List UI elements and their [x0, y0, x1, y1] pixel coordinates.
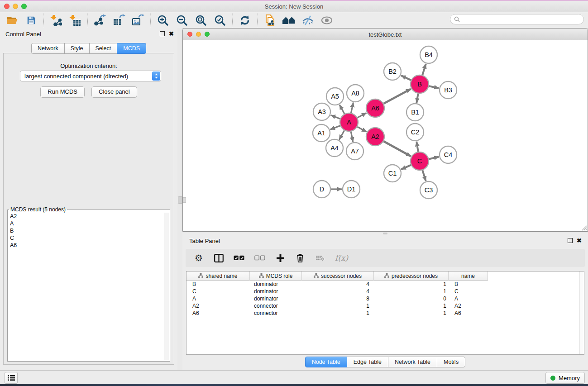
eye-slash-icon[interactable]	[301, 14, 315, 27]
gear-icon[interactable]: ⚙	[194, 252, 204, 264]
table-cell[interactable]: dominator	[250, 288, 302, 295]
graph-edge-A-A6[interactable]	[358, 113, 367, 118]
tab-mcds[interactable]: MCDS	[117, 43, 146, 54]
houses-icon[interactable]	[282, 14, 296, 27]
tab-edge-table[interactable]: Edge Table	[347, 357, 388, 367]
table-cell[interactable]: connector	[250, 303, 302, 309]
table-row[interactable]: Adominator80A	[186, 295, 584, 302]
network-window-titlebar[interactable]: testGlobe.txt	[183, 29, 588, 41]
result-list-item[interactable]: A6	[9, 242, 164, 249]
canvas-edge-grip[interactable]	[183, 197, 186, 203]
result-list-item[interactable]: A	[9, 220, 164, 227]
graph-edge-A-A1[interactable]	[330, 126, 340, 130]
table-cell[interactable]: A2	[449, 303, 488, 309]
tab-style[interactable]: Style	[64, 43, 90, 54]
trash-icon[interactable]	[295, 252, 305, 264]
float-panel-icon[interactable]	[568, 238, 573, 243]
unchecked-boxes-icon[interactable]	[254, 252, 265, 264]
zoom-in-icon[interactable]	[156, 14, 170, 27]
open-folder-icon[interactable]	[5, 14, 19, 27]
graph-edge-A6-B[interactable]	[383, 89, 411, 104]
graph-edge-C-C4[interactable]	[429, 157, 439, 159]
table-cell[interactable]: 1	[302, 310, 374, 316]
duplicate-network-icon[interactable]	[263, 14, 277, 27]
tab-node-table[interactable]: Node Table	[305, 357, 347, 367]
table-cell[interactable]: C	[449, 288, 488, 295]
table-row[interactable]: A2connector11A2	[186, 302, 584, 310]
table-cell[interactable]: 0	[374, 295, 449, 302]
result-list-item[interactable]: B	[9, 227, 164, 234]
table-cell[interactable]: 1	[374, 303, 449, 309]
delete-table-icon[interactable]	[315, 252, 325, 264]
table-scrollbar[interactable]	[579, 272, 584, 354]
table-cell[interactable]: A2	[186, 303, 250, 309]
table-cell[interactable]: dominator	[250, 281, 302, 287]
column-header-predecessor-nodes[interactable]: predecessor nodes	[374, 272, 449, 281]
graph-edge-A-A5[interactable]	[339, 105, 344, 114]
table-cell[interactable]: A	[449, 295, 488, 302]
close-panel-icon[interactable]: ✖	[577, 238, 582, 243]
import-table-icon[interactable]	[68, 14, 82, 27]
column-header-name[interactable]: name	[449, 272, 488, 281]
graph-edge-B-B1[interactable]	[416, 94, 418, 103]
function-icon[interactable]: f(x)	[335, 252, 348, 264]
tab-network-table[interactable]: Network Table	[388, 357, 437, 367]
table-row[interactable]: A6connector11A6	[186, 310, 584, 317]
export-table-icon[interactable]	[112, 14, 126, 27]
search-input[interactable]	[462, 16, 583, 23]
close-panel-icon[interactable]: ✖	[169, 31, 174, 36]
table-cell[interactable]: 8	[302, 295, 374, 302]
checked-boxes-icon[interactable]	[234, 252, 244, 264]
table-cell[interactable]: 1	[374, 288, 449, 295]
run-mcds-button[interactable]: Run MCDS	[40, 86, 85, 98]
table-cell[interactable]: 4	[302, 288, 374, 295]
zoom-selected-icon[interactable]	[213, 14, 227, 27]
result-list-scrollbar[interactable]	[164, 213, 169, 360]
table-cell[interactable]: dominator	[250, 295, 302, 302]
table-cell[interactable]: 1	[374, 281, 449, 287]
table-cell[interactable]: connector	[250, 310, 302, 316]
table-cell[interactable]: A6	[186, 310, 250, 316]
close-panel-button[interactable]: Close panel	[91, 86, 137, 98]
memory-button[interactable]: Memory	[545, 372, 585, 384]
table-cell[interactable]: B	[186, 281, 250, 287]
table-cell[interactable]: C	[186, 288, 250, 295]
eye-icon[interactable]	[320, 14, 334, 27]
column-header-successor-nodes[interactable]: successor nodes	[302, 272, 374, 281]
column-header-shared-name[interactable]: shared name	[186, 272, 250, 281]
criterion-dropdown[interactable]: largest connected component (directed)	[20, 71, 161, 81]
window-resize-grip[interactable]	[581, 225, 587, 231]
graph-edge-B-B4[interactable]	[422, 64, 426, 75]
graph-edge-B-B2[interactable]	[401, 76, 411, 80]
tab-select[interactable]: Select	[89, 43, 118, 54]
zoom-fit-icon[interactable]	[194, 14, 208, 27]
splitter-grip[interactable]	[383, 233, 387, 234]
table-cell[interactable]: A	[186, 295, 250, 302]
graph-edge-C-C1[interactable]	[401, 165, 411, 170]
export-network-icon[interactable]	[93, 14, 107, 27]
search-field[interactable]	[450, 14, 584, 24]
save-floppy-icon[interactable]	[24, 14, 38, 27]
table-row[interactable]: Bdominator41B	[186, 281, 584, 288]
graph-edge-A-A4[interactable]	[339, 130, 344, 139]
result-list-item[interactable]: C	[9, 234, 164, 242]
table-cell[interactable]: 1	[302, 303, 374, 309]
graph-edge-C-C2[interactable]	[416, 142, 418, 152]
graph-edge-A-A2[interactable]	[357, 127, 366, 132]
table-row[interactable]: Cdominator41C	[186, 288, 584, 295]
float-panel-icon[interactable]	[160, 31, 165, 36]
graph-edge-B-B3[interactable]	[429, 86, 439, 88]
graph-edge-C-C3[interactable]	[422, 170, 425, 181]
task-list-button[interactable]	[5, 372, 18, 384]
import-network-icon[interactable]	[49, 14, 63, 27]
split-column-icon[interactable]	[214, 252, 224, 264]
zoom-out-icon[interactable]	[175, 14, 189, 27]
splitter-grip[interactable]	[178, 196, 182, 204]
column-header-MCDS-role[interactable]: MCDS role	[250, 272, 302, 281]
graph-edge-A-A7[interactable]	[351, 132, 353, 142]
tab-motifs[interactable]: Motifs	[437, 357, 465, 367]
export-image-icon[interactable]	[131, 14, 145, 27]
network-canvas[interactable]: B4B2BB3A8A5A6A3B1AC2A1A2A4A7C4CC1DD1C3	[183, 40, 588, 231]
horizontal-splitter[interactable]	[182, 232, 588, 235]
main-titlebar[interactable]: Session: New Session	[0, 0, 588, 12]
